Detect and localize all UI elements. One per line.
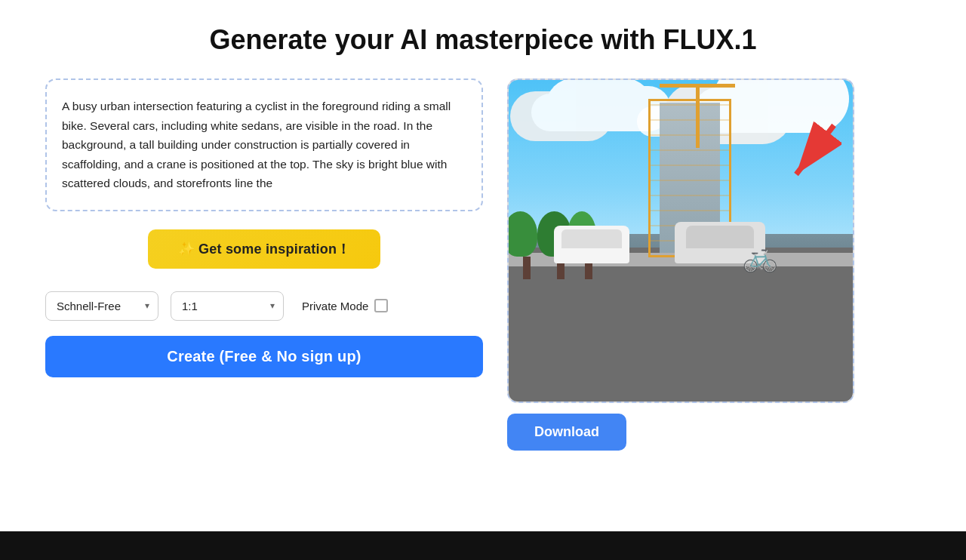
svg-line-1	[796, 125, 834, 174]
controls-row: Schnell-Free Dev Pro ▾ 1:1 16:9 4:3 3:2 …	[45, 291, 483, 321]
download-button[interactable]: Download	[507, 414, 626, 451]
download-btn-area: Download	[507, 414, 884, 451]
bicycle: 🚲	[743, 240, 778, 273]
right-panel: 🚲 Download 在新分頁中開啟圖片	[507, 78, 884, 451]
private-mode-checkbox[interactable]	[374, 299, 388, 312]
red-arrow	[781, 118, 841, 193]
create-button[interactable]: Create (Free & No sign up)	[45, 336, 483, 377]
tree-1	[516, 211, 537, 279]
generated-image-container: 🚲	[507, 78, 854, 403]
private-mode-label[interactable]: Private Mode	[302, 299, 388, 312]
model-select[interactable]: Schnell-Free Dev Pro	[45, 291, 158, 321]
bottom-bar	[0, 531, 966, 560]
crane-mast	[696, 84, 700, 148]
crane-arm	[660, 84, 735, 88]
urban-scene: 🚲	[509, 80, 853, 402]
cloud-1	[531, 94, 622, 131]
private-mode-text: Private Mode	[302, 300, 368, 312]
ratio-select[interactable]: 1:1 16:9 4:3 3:2	[171, 291, 284, 321]
car-2	[554, 226, 629, 263]
left-panel: A busy urban intersection featuring a cy…	[45, 78, 483, 377]
page-title: Generate your AI masterpiece with FLUX.1	[0, 0, 966, 78]
prompt-textarea[interactable]: A busy urban intersection featuring a cy…	[45, 78, 483, 211]
ratio-select-wrapper: 1:1 16:9 4:3 3:2 ▾	[171, 291, 284, 321]
inspiration-button[interactable]: ✨ Get some inspiration！	[148, 229, 381, 269]
model-select-wrapper: Schnell-Free Dev Pro ▾	[45, 291, 158, 321]
